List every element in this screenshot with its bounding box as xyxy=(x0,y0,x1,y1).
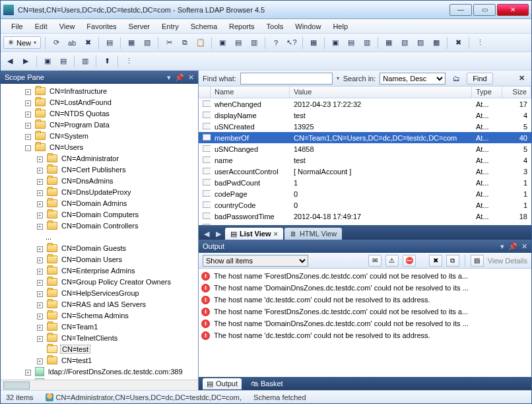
grid-row[interactable]: userAccountControl[ NormalAccount ]At...… xyxy=(199,166,531,177)
tree-node[interactable]: +CN=Schema Admins xyxy=(1,310,198,321)
tree[interactable]: +CN=Infrastructure+CN=LostAndFound+CN=NT… xyxy=(1,84,198,380)
tool-icon[interactable]: ▤ xyxy=(345,36,358,50)
expand-icon[interactable]: + xyxy=(37,280,43,286)
export-icon[interactable]: ▦ xyxy=(125,36,138,50)
tab-left-icon[interactable]: ◀ xyxy=(201,228,212,240)
col-name[interactable]: Name xyxy=(211,86,290,98)
tree-node[interactable]: +CN=RAS and IAS Servers xyxy=(1,298,198,310)
pin-icon[interactable]: 📌 xyxy=(175,73,184,82)
expand-icon[interactable]: + xyxy=(37,336,43,342)
view-details-label[interactable]: View Details xyxy=(488,257,527,265)
expand-icon[interactable]: + xyxy=(37,269,43,275)
back-icon[interactable]: ◀ xyxy=(3,55,17,68)
tree-node[interactable]: +CN=Domain Guests xyxy=(1,242,198,253)
output-message[interactable]: !The host name 'dc.testdc.com' could not… xyxy=(201,294,529,306)
tree-node[interactable]: +CN=Group Policy Creator Owners xyxy=(1,276,198,287)
minimize-button[interactable]: — xyxy=(449,4,472,16)
overflow-icon[interactable]: ⋮ xyxy=(473,36,486,50)
menu-reports[interactable]: Reports xyxy=(224,21,260,32)
copy-icon[interactable]: ⧉ xyxy=(446,255,459,267)
forward-icon[interactable]: ▶ xyxy=(19,55,32,68)
expand-icon[interactable]: + xyxy=(37,246,43,252)
menu-edit[interactable]: Edit xyxy=(30,21,53,32)
tree-node[interactable]: +CN=Enterprise Admins xyxy=(1,265,198,276)
error-filter-icon[interactable]: ⛔ xyxy=(403,255,416,267)
tree-node[interactable]: +ldap://ForestDnsZones.dc.testdc.com:389 xyxy=(1,366,198,377)
output-message[interactable]: !The host name 'ForestDnsZones.dc.testdc… xyxy=(201,270,529,282)
pin-icon[interactable]: 📌 xyxy=(508,242,517,251)
expand-icon[interactable]: + xyxy=(37,325,43,331)
grid-row[interactable]: uSNCreated13925At...5 xyxy=(199,121,531,132)
copy-icon[interactable]: ⧉ xyxy=(178,36,191,50)
menu-view[interactable]: View xyxy=(54,21,81,32)
tree-node[interactable]: +CN=Cert Publishers xyxy=(1,164,198,175)
tree-node[interactable]: +CN=Infrastructure xyxy=(1,85,198,96)
menu-server[interactable]: Server xyxy=(123,21,155,32)
col-value[interactable]: Value xyxy=(290,86,472,98)
tool-icon[interactable]: ▥ xyxy=(248,36,261,50)
expand-icon[interactable]: + xyxy=(37,201,43,207)
hscrollbar[interactable] xyxy=(1,380,198,390)
output-message[interactable]: !The host name 'DomainDnsZones.dc.testdc… xyxy=(201,318,529,329)
tool-icon[interactable]: ▩ xyxy=(430,36,443,50)
cut-icon[interactable]: ✂ xyxy=(162,36,176,50)
tool-icon[interactable]: ▤ xyxy=(232,36,245,50)
refresh-icon[interactable]: ⟳ xyxy=(50,36,63,50)
import-icon[interactable]: ▧ xyxy=(141,36,154,50)
expand-icon[interactable]: - xyxy=(25,145,31,151)
menu-tools[interactable]: Tools xyxy=(261,21,289,32)
tree-node[interactable]: +CN=DnsAdmins xyxy=(1,175,198,186)
grid-row[interactable]: nametestAt...4 xyxy=(199,154,531,166)
tree-node[interactable]: +CN=HelpServicesGroup xyxy=(1,287,198,298)
output-message[interactable]: !The host name 'dc.testdc.com' could not… xyxy=(201,329,529,341)
details-icon[interactable]: ▤ xyxy=(471,255,484,267)
find-button[interactable]: Find xyxy=(467,73,492,84)
grid-row[interactable]: countryCode0At...1 xyxy=(199,199,531,211)
tree-node[interactable]: ... xyxy=(1,231,198,242)
tab-output[interactable]: ▤ Output xyxy=(203,378,242,389)
expand-icon[interactable]: + xyxy=(37,314,43,320)
expand-icon[interactable]: + xyxy=(25,89,31,95)
search-in-select[interactable]: Names, Desc xyxy=(380,73,446,84)
menu-favorites[interactable]: Favorites xyxy=(81,21,121,32)
menu-help[interactable]: Help xyxy=(327,21,353,32)
tab-list-view[interactable]: ▤ List View × xyxy=(225,228,283,240)
tool-icon[interactable]: ▣ xyxy=(216,36,229,50)
tool-icon[interactable]: ▦ xyxy=(382,36,395,50)
col-type[interactable]: Type xyxy=(472,86,502,98)
tree-node[interactable]: +CN=Domain Controllers xyxy=(1,220,198,231)
tab-basket[interactable]: 🛍 Basket xyxy=(247,378,287,389)
grid-header[interactable]: Name Value Type Size xyxy=(199,86,531,98)
tree-node[interactable]: +CN=DnsUpdateProxy xyxy=(1,186,198,197)
tree-node[interactable]: +CN=Team1 xyxy=(1,321,198,332)
close-icon[interactable]: ✕ xyxy=(188,73,194,82)
close-button[interactable]: ✕ xyxy=(497,4,529,16)
expand-icon[interactable]: + xyxy=(37,358,43,364)
grid-row[interactable]: codePage0At...1 xyxy=(199,188,531,199)
expand-icon[interactable]: + xyxy=(37,179,43,185)
expand-icon[interactable]: + xyxy=(25,100,31,106)
message-list[interactable]: !The host name 'ForestDnsZones.dc.testdc… xyxy=(199,269,531,377)
expand-icon[interactable]: + xyxy=(37,224,43,230)
grid-row[interactable]: whenChanged2012-04-23 17:22:32At...17 xyxy=(199,98,531,110)
tool-icon[interactable]: ▧ xyxy=(398,36,411,50)
expand-icon[interactable]: + xyxy=(37,168,43,174)
grid-row[interactable]: badPasswordTime2012-04-18 17:49:17At...1… xyxy=(199,211,531,222)
tree-node[interactable]: +CN=Domain Computers xyxy=(1,209,198,220)
output-message[interactable]: !The host name 'ForestDnsZones.dc.testdc… xyxy=(201,306,529,318)
overflow-icon[interactable]: ⋮ xyxy=(122,55,135,68)
close-icon[interactable]: ✕ xyxy=(516,74,527,83)
nav-icon[interactable]: ▥ xyxy=(79,55,92,68)
warn-filter-icon[interactable]: ⚠ xyxy=(385,255,399,267)
tree-node[interactable]: +CN=Administrator xyxy=(1,152,198,164)
clear-icon[interactable]: ✖ xyxy=(429,255,442,267)
expand-icon[interactable]: + xyxy=(25,134,31,140)
close-icon[interactable]: ✕ xyxy=(521,242,527,251)
grid-row[interactable]: displayNametestAt...4 xyxy=(199,110,531,121)
tree-node[interactable]: +CN=Domain Admins xyxy=(1,197,198,209)
expand-icon[interactable]: + xyxy=(37,213,43,219)
grid-row[interactable]: badPwdCount1At...1 xyxy=(199,177,531,188)
menu-window[interactable]: Window xyxy=(290,21,326,32)
search-icon[interactable]: 🗂 xyxy=(449,72,463,85)
dropdown-icon[interactable]: ▾ xyxy=(500,242,504,251)
